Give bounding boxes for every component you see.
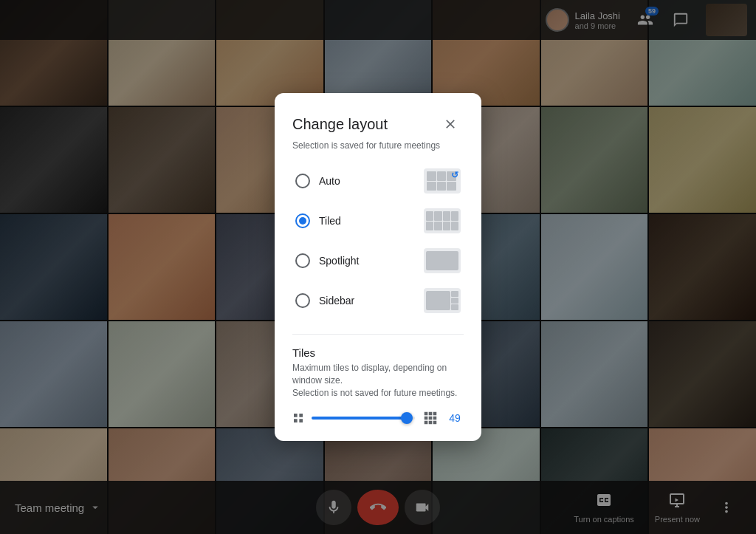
layout-label-tiled: Tiled [319,215,415,227]
layout-option-sidebar[interactable]: Sidebar [292,282,464,319]
layout-option-spotlight[interactable]: Spotlight [292,242,464,279]
slider-thumb[interactable] [401,412,413,424]
grid-small-icon [292,412,304,424]
layout-preview-spotlight [424,248,461,273]
tiles-slider[interactable] [312,411,415,425]
change-layout-modal: Change layout Selection is saved for fut… [275,93,481,440]
layout-preview-sidebar [424,288,461,313]
layout-option-tiled[interactable]: Tiled [292,202,464,239]
modal-title: Change layout [292,116,388,133]
modal-header: Change layout [292,111,464,137]
radio-auto[interactable] [295,174,310,188]
radio-spotlight[interactable] [295,253,310,268]
radio-sidebar[interactable] [295,293,310,308]
tiles-title: Tiles [292,346,464,359]
layout-label-auto: Auto [319,175,415,187]
layout-option-auto[interactable]: Auto ↺ [292,162,464,199]
tiles-section: Tiles Maximum tiles to display, dependin… [292,334,464,425]
layout-preview-auto: ↺ [424,168,461,194]
layout-label-spotlight: Spotlight [319,255,415,267]
slider-track [312,417,415,420]
tiles-description: Maximum tiles to display, depending on w… [292,362,464,399]
modal-overlay[interactable]: Change layout Selection is saved for fut… [0,0,756,534]
slider-fill [312,417,407,420]
layout-preview-tiled [424,208,461,233]
layout-label-sidebar: Sidebar [319,295,415,307]
radio-tiled[interactable] [295,213,310,228]
tiles-value: 49 [446,412,464,424]
modal-subtitle: Selection is saved for future meetings [292,140,464,151]
tiles-slider-row: 49 [292,410,464,426]
radio-tiled-inner [299,217,306,225]
grid-large-icon [422,410,439,426]
modal-close-button[interactable] [437,111,464,137]
layout-options: Auto ↺ [292,162,464,319]
